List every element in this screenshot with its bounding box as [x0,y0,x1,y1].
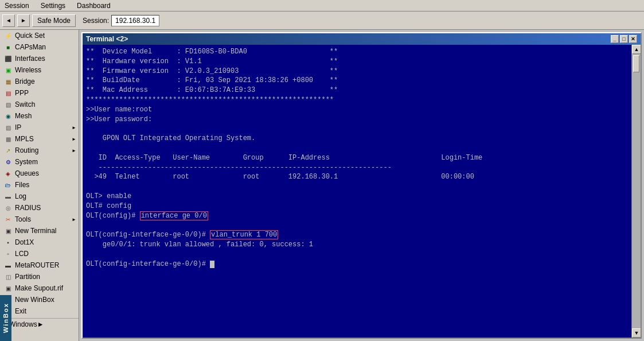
files-icon: 🗁 [3,180,13,189]
sidebar-item-windows[interactable]: ▬ Windows ► [0,318,79,330]
lcd-icon: ▫ [3,249,13,258]
tools-arrow-icon: ► [72,217,76,222]
sidebar-label-wireless: Wireless [15,66,41,74]
sidebar-label-new-winbox: New WinBox [15,296,54,304]
sidebar-item-metarouter[interactable]: ▬ MetaROUTER [0,259,79,271]
sidebar-item-capsman[interactable]: ■ CAPsMan [0,41,79,53]
sidebar-item-partition[interactable]: ◫ Partition [0,271,79,282]
sidebar-item-bridge[interactable]: ▦ Bridge [0,76,79,87]
scroll-track[interactable] [632,54,641,328]
routing-arrow-icon: ► [72,148,76,153]
sidebar-item-dot1x[interactable]: ▪ Dot1X [0,237,79,248]
terminal-scrollbar: ▲ ▼ [631,45,641,338]
back-icon: ◄ [6,17,11,24]
toolbar: ◄ ► Safe Mode Session: 192.168.30.1 [0,11,644,30]
metarouter-icon: ▬ [3,261,13,270]
menu-settings[interactable]: Settings [38,1,68,10]
scroll-thumb[interactable] [633,55,639,72]
forward-icon: ► [21,17,26,24]
scroll-up-button[interactable]: ▲ [632,45,641,54]
terminal-title: Terminal <2> [86,35,128,43]
windows-arrow-icon: ► [37,320,44,328]
make-supout-icon: ▣ [3,284,13,293]
sidebar-label-ppp: PPP [15,89,29,97]
terminal-close-button[interactable]: ✕ [629,35,637,43]
back-button[interactable]: ◄ [2,14,15,27]
terminal-minimize-button[interactable]: _ [611,35,619,43]
capsman-icon: ■ [3,42,13,52]
sidebar-label-capsman: CAPsMan [15,43,46,51]
sidebar-label-files: Files [15,181,29,189]
sidebar-item-exit[interactable]: ✖ Exit [0,305,79,317]
session-ip[interactable]: 192.168.30.1 [111,15,159,26]
sidebar-item-log[interactable]: ▬ Log [0,191,79,202]
sidebar-item-ip[interactable]: ▨ IP ► [0,122,79,133]
queues-icon: ◈ [3,169,13,178]
scroll-down-icon: ▼ [634,330,639,336]
sidebar-item-ppp[interactable]: ▤ PPP [0,87,79,99]
menu-dashboard[interactable]: Dashboard [75,1,113,10]
minimize-icon: _ [613,36,616,42]
sidebar-label-dot1x: Dot1X [15,238,34,246]
terminal-body[interactable]: ** Device Model : FD1608S-B0-BDA0 ** ** … [83,45,631,338]
content-area: Terminal <2> _ □ ✕ ** Device Model [79,30,644,341]
sidebar-item-mesh[interactable]: ◉ Mesh [0,110,79,122]
terminal-output: ** Device Model : FD1608S-B0-BDA0 ** ** … [86,47,628,269]
sidebar-item-system[interactable]: ⚙ System [0,156,79,168]
dot1x-icon: ▪ [3,238,13,247]
safe-mode-button[interactable]: Safe Mode [32,14,76,27]
sidebar-item-radius[interactable]: ◎ RADIUS [0,202,79,214]
terminal-controls: _ □ ✕ [611,35,637,43]
menu-session[interactable]: Session [2,1,32,10]
radius-icon: ◎ [3,203,13,212]
terminal-content-wrapper: ** Device Model : FD1608S-B0-BDA0 ** ** … [83,45,641,338]
sidebar-label-windows: Windows [9,320,37,328]
mpls-icon: ▩ [3,134,13,144]
scroll-up-icon: ▲ [634,46,639,52]
sidebar-label-metarouter: MetaROUTER [15,261,59,269]
sidebar-item-mpls[interactable]: ▩ MPLS ► [0,133,79,145]
sidebar-label-routing: Routing [15,146,38,154]
terminal-titlebar: Terminal <2> _ □ ✕ [83,33,641,45]
sidebar-item-new-winbox[interactable]: ⬡ New WinBox [0,294,79,305]
sidebar-item-files[interactable]: 🗁 Files [0,179,79,191]
tools-icon: ✂ [3,215,13,224]
sidebar-label-partition: Partition [15,273,40,281]
sidebar-item-switch[interactable]: ▧ Switch [0,99,79,110]
sidebar-label-tools: Tools [15,215,31,223]
sidebar-label-interfaces: Interfaces [15,55,45,63]
mesh-icon: ◉ [3,111,13,121]
sidebar-label-radius: RADIUS [15,204,41,212]
scroll-down-button[interactable]: ▼ [632,328,641,338]
sidebar-item-make-supout[interactable]: ▣ Make Supout.rif [0,282,79,294]
sidebar-label-queues: Queues [15,169,39,177]
sidebar-item-wireless[interactable]: ▣ Wireless [0,64,79,76]
ip-icon: ▨ [3,123,13,132]
restore-icon: □ [622,36,625,42]
forward-button[interactable]: ► [17,14,30,27]
sidebar-item-interfaces[interactable]: ⬛ Interfaces [0,53,79,64]
partition-icon: ◫ [3,272,13,281]
sidebar: ⚡ Quick Set ■ CAPsMan ⬛ Interfaces ▣ Wir… [0,30,79,341]
sidebar-item-routing[interactable]: ↗ Routing ► [0,145,79,156]
mpls-arrow-icon: ► [72,137,76,142]
switch-icon: ▧ [3,100,13,109]
log-icon: ▬ [3,192,13,201]
main-layout: ⚡ Quick Set ■ CAPsMan ⬛ Interfaces ▣ Wir… [0,30,644,341]
sidebar-item-quick-set[interactable]: ⚡ Quick Set [0,30,79,41]
sidebar-item-queues[interactable]: ◈ Queues [0,168,79,179]
routing-icon: ↗ [3,146,13,155]
terminal-restore-button[interactable]: □ [620,35,628,43]
sidebar-label-exit: Exit [15,307,26,315]
sidebar-item-tools[interactable]: ✂ Tools ► [0,214,79,225]
new-terminal-icon: ▣ [3,226,13,235]
sidebar-label-system: System [15,158,38,166]
sidebar-item-new-terminal[interactable]: ▣ New Terminal [0,225,79,237]
sidebar-label-switch: Switch [15,100,35,108]
sidebar-item-lcd[interactable]: ▫ LCD [0,248,79,259]
sidebar-label-log: Log [15,192,26,200]
sidebar-label-quick-set: Quick Set [15,32,45,40]
session-label: Session: [83,17,109,25]
menu-bar: Session Settings Dashboard [0,0,644,11]
close-icon: ✕ [631,36,635,42]
